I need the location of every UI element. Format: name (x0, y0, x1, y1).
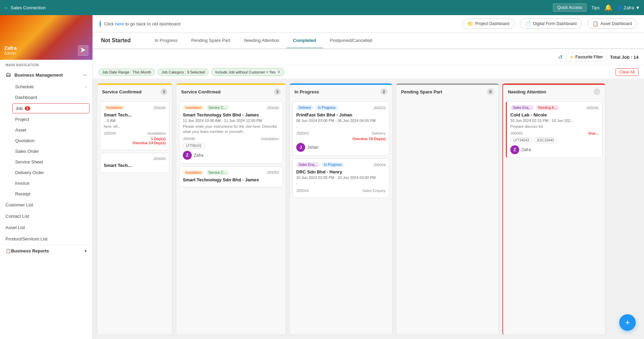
tag-inprogress-j00043: In Progress (315, 105, 338, 110)
filter-chip-category[interactable]: Job Category : 9 Selected (158, 69, 209, 76)
kanban-col-left-overflow: Service Confirmed 3 Installation J00048 … (97, 83, 173, 335)
sidebar-item-quotation[interactable]: Quotation (0, 135, 92, 146)
tab-completed[interactable]: Completed (286, 33, 323, 48)
chip-label: Include Job without Customer = Yes (215, 70, 275, 74)
ref-j00043: J00043 (296, 131, 309, 135)
sidebar-item-sales-order[interactable]: Sales Order (0, 146, 92, 157)
group-label: Business Management (14, 72, 63, 78)
sidebar-item-customer-list[interactable]: Customer List (0, 199, 92, 211)
asset-icon: 📋 (592, 21, 598, 26)
asset-dashboard-button[interactable]: 📋 Asset Dashboard (587, 19, 637, 29)
job-card-j00048[interactable]: Installation J00048 Smart Tech... ...0 A… (100, 101, 169, 150)
user-menu[interactable]: 👤 Zafra ▼ (617, 5, 640, 10)
company-j00046: Smart Technology Sdn Bhd - James (183, 112, 279, 117)
app-title: Sales Connection (11, 5, 46, 10)
tab-postponed-cancelled[interactable]: Postponed/Cancelled (323, 33, 379, 48)
tag-salesenq-j00044: Sales Enq... (296, 162, 320, 167)
job-card-j00046[interactable]: Installation Service C... J00046 Smart T… (179, 101, 283, 163)
sidebar-item-receipt[interactable]: Receipt (0, 189, 92, 199)
job-id-j00045: J00045 (586, 106, 599, 110)
app-layout: Zafra Admin ⮞ MAIN NAVIGATION 🗂 Business… (0, 15, 644, 339)
tag-service-c-j00050: Service C... (206, 170, 229, 175)
status-title: Not Started (93, 33, 148, 48)
sidebar-group-business-management[interactable]: 🗂 Business Management — (0, 68, 92, 81)
logout-button[interactable]: ⮞ (78, 45, 88, 56)
sidebar-item-service-sheet[interactable]: Service Sheet (0, 157, 92, 167)
old-dashboard-link[interactable]: here (115, 21, 124, 26)
sidebar-item-product-services-list[interactable]: Product/Services List (0, 233, 92, 245)
collapse-icon: — (83, 72, 87, 77)
tab-pending-spare-part[interactable]: Pending Spare Part (184, 33, 237, 48)
job-card-j00045[interactable]: Sales Enq... Needing A... J00045 Cold La… (506, 101, 602, 158)
job-id-j00050: J00050 (267, 170, 279, 174)
sidebar-item-schedule[interactable]: Schedule + (0, 81, 92, 92)
sidebar-item-dashboard[interactable]: Dashboard − (0, 92, 92, 103)
job-card-j00049[interactable]: J00049 Smart Tech... (100, 153, 169, 173)
date-j00044: 10 Jun 2024 02:00 PM - 10 Jun 2024 03:00… (296, 176, 386, 180)
controls-right: ↺ ★ Favourite Filter Total Job : 14 (558, 53, 639, 61)
kanban-col-needing-attention: Needing Attention Sales Enq... Needing A… (502, 83, 606, 335)
date-j00043: 06 Jun 2024 03:00 PM - 06 Jun 2024 04:00… (296, 118, 386, 123)
user-name-label: Zafra (624, 5, 634, 10)
job-card-j00044[interactable]: Sales Enq... In Progress J00044 DRC Sdn … (292, 158, 389, 197)
sidebar-item-asset-list[interactable]: Asset List (0, 222, 92, 233)
nav-section-label: MAIN NAVIGATION (0, 60, 92, 68)
ref-type-j00044: Sales Enquiry (362, 189, 386, 193)
sidebar-group-business-reports[interactable]: 📋 Business Reports + (0, 245, 92, 257)
quick-access-button[interactable]: Quick Access (553, 3, 587, 12)
clear-all-button[interactable]: Clear All (615, 68, 639, 76)
fav-filter-label: Favourite Filter (575, 55, 603, 59)
sidebar-item-contact-list[interactable]: Contact List (0, 211, 92, 222)
project-dashboard-button[interactable]: 📁 Project Dashboard (462, 19, 514, 29)
sidebar-user-name: Zafra (4, 45, 17, 51)
avatar-name-johan: Johan (307, 145, 319, 150)
sidebar-item-invoice[interactable]: Invoice (0, 178, 92, 189)
tag-salesenq-j00045: Sales Enq... (510, 105, 534, 110)
total-job-label: Total Job : 14 (610, 55, 639, 60)
digital-form-dashboard-button[interactable]: 📄 Digital Form Dashboard (520, 19, 582, 29)
star-icon: ★ (570, 55, 574, 59)
add-fab-button[interactable]: + (619, 314, 636, 331)
job-id-j00044: J00044 (373, 163, 386, 167)
col-count-needing (593, 88, 600, 95)
job-card-j00043[interactable]: Delivery In Progress J00043 PrintFast Sd… (292, 101, 389, 156)
ref-j00045: J00045 (510, 131, 523, 135)
tips-label[interactable]: Tips (591, 5, 600, 10)
topbar: ← Sales Connection Quick Access Tips 🔔 👤… (0, 0, 644, 15)
ref-j00046: J00046 (183, 137, 195, 141)
reports-label: Business Reports (11, 248, 49, 253)
filter-chip-without-customer[interactable]: Include Job without Customer = Yes ✕ (211, 68, 284, 76)
filter-chip-date-range[interactable]: Job Date Range : This Month (98, 69, 155, 76)
tab-in-progress[interactable]: In Progress (148, 33, 184, 48)
user-icon: 👤 (617, 5, 622, 10)
sidebar-item-project[interactable]: Project (0, 114, 92, 125)
sidebar-item-job[interactable]: Job 1 (12, 103, 90, 113)
chip-remove-icon[interactable]: ✕ (277, 69, 281, 75)
company-j00045: Cold Lab - Nicole (510, 112, 599, 117)
refresh-button[interactable]: ↺ (558, 54, 563, 60)
ref-tag-lft99101: LFT99101 (183, 143, 205, 149)
job-badge: 1 (25, 106, 30, 111)
tab-needing-attention[interactable]: Needing Attention (237, 33, 286, 48)
ref-type-j00046: Installation (261, 137, 279, 141)
digital-form-dashboard-label: Digital Form Dashboard (533, 21, 577, 26)
controls-bar: ↺ ★ Favourite Filter Total Job : 14 (93, 49, 644, 65)
date-j00046: 11 Jun 2024 10:00 AM - 11 Jun 2024 12:00… (183, 118, 279, 123)
tag-delivery-j00043: Delivery (296, 105, 313, 110)
tag-inprogress-j00044: In Progress (322, 162, 344, 167)
chip-label: Job Category : 9 Selected (162, 70, 205, 74)
sidebar-item-delivery-order[interactable]: Delivery Order (0, 167, 92, 178)
avatar-name-zafra: Zafra (194, 153, 203, 158)
sidebar-user-role: Admin (4, 51, 17, 56)
sidebar-item-asset[interactable]: Asset (0, 125, 92, 135)
job-card-j00050[interactable]: Installation Service C... J00050 Smart T… (179, 166, 283, 187)
kanban-board: Service Confirmed 3 Installation J00048 … (93, 79, 644, 339)
reports-icon: 📋 (5, 248, 11, 253)
avatar-zafra-j00045: Z (510, 145, 519, 154)
back-button[interactable]: ← Sales Connection (4, 5, 46, 10)
favourite-filter-button[interactable]: ★ Favourite Filter (566, 53, 607, 61)
kanban-col-service-confirmed: Service Confirmed 3 Installation Service… (176, 83, 286, 335)
doc-icon: 📄 (525, 21, 531, 26)
notification-icon[interactable]: 🔔 (604, 4, 612, 11)
col-title-in-progress: In Progress (295, 89, 378, 94)
